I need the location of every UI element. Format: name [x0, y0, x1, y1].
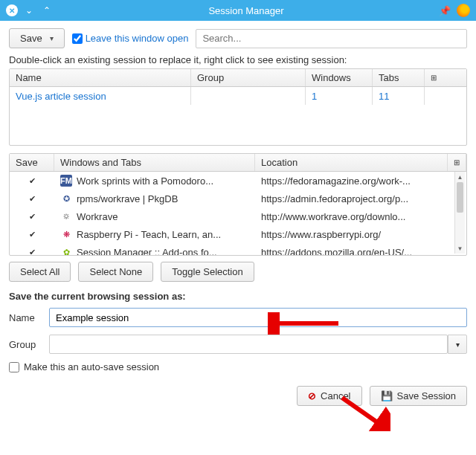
- scroll-thumb[interactable]: [457, 182, 463, 213]
- select-none-button[interactable]: Select None: [78, 262, 153, 282]
- search-input[interactable]: [196, 29, 467, 48]
- cancel-button[interactable]: ⊘ Cancel: [297, 386, 361, 406]
- chevron-down-icon: ▾: [50, 34, 54, 42]
- save-session-heading: Save the current browsing session as:: [9, 291, 467, 302]
- save-dropdown-button[interactable]: Save ▾: [9, 28, 65, 48]
- tab-row[interactable]: ✔✪rpms/workrave | PkgDBhttps://admin.fed…: [10, 190, 466, 207]
- cancel-icon: ⊘: [308, 390, 316, 401]
- save-icon: 💾: [381, 390, 393, 401]
- tab-row[interactable]: ✔FMWork sprints with a Pomodoro...https:…: [10, 172, 466, 190]
- tab-row[interactable]: ✔❋Raspberry Pi - Teach, Learn, an...http…: [10, 225, 466, 243]
- tab-title-cell: ⛭Workrave: [54, 208, 255, 225]
- session-name-cell: Vue.js article session: [10, 87, 191, 105]
- session-tabs-cell: 11: [373, 87, 425, 105]
- scroll-down-icon[interactable]: ▼: [455, 243, 465, 254]
- instruction-text: Double-click an existing session to repl…: [9, 54, 467, 65]
- column-picker-icon[interactable]: ⊞: [425, 69, 443, 86]
- tab-location-cell: https://www.raspberrypi.org/: [255, 226, 466, 242]
- tabs-table: Save Windows and Tabs Location ⊞ ✔FMWork…: [9, 153, 467, 256]
- col-header-group[interactable]: Group: [191, 69, 306, 86]
- firefox-icon: [457, 4, 470, 17]
- column-picker-icon[interactable]: ⊞: [448, 154, 466, 171]
- sessions-table: Name Group Windows Tabs ⊞ Vue.js article…: [9, 68, 467, 146]
- chevron-down-icon[interactable]: ⌄: [22, 4, 36, 17]
- col-header-name[interactable]: Name: [10, 69, 191, 86]
- session-row[interactable]: Vue.js article session 1 11: [10, 87, 466, 105]
- session-group-cell: [191, 87, 306, 105]
- tab-location-cell: https://addons.mozilla.org/en-US/...: [255, 244, 466, 255]
- name-label: Name: [9, 312, 49, 323]
- toggle-selection-button[interactable]: Toggle Selection: [161, 262, 254, 282]
- sessions-header: Name Group Windows Tabs ⊞: [10, 69, 466, 87]
- tab-location-cell: http://www.workrave.org/downlo...: [255, 208, 466, 225]
- pin-icon[interactable]: 📌: [439, 5, 451, 16]
- leave-window-open-input[interactable]: [72, 33, 83, 44]
- col-header-save[interactable]: Save: [10, 154, 54, 171]
- chevron-up-icon[interactable]: ⌃: [40, 4, 54, 17]
- scroll-up-icon[interactable]: ▲: [455, 172, 465, 182]
- session-group-input[interactable]: [49, 335, 448, 354]
- col-header-tabs[interactable]: Tabs: [373, 69, 425, 86]
- col-header-location[interactable]: Location: [255, 154, 448, 171]
- window-titlebar: ✕ ⌄ ⌃ Session Manager 📌: [0, 0, 476, 21]
- col-header-windows[interactable]: Windows: [306, 69, 373, 86]
- session-windows-cell: 1: [306, 87, 373, 105]
- scrollbar[interactable]: ▲ ▼: [454, 172, 465, 254]
- tab-save-check[interactable]: ✔: [10, 226, 54, 242]
- save-session-button[interactable]: 💾 Save Session: [370, 386, 468, 406]
- tabs-header: Save Windows and Tabs Location ⊞: [10, 154, 466, 172]
- tab-save-check[interactable]: ✔: [10, 208, 54, 225]
- group-label: Group: [9, 339, 49, 350]
- tab-row[interactable]: ✔⛭Workravehttp://www.workrave.org/downlo…: [10, 207, 466, 225]
- leave-window-open-checkbox[interactable]: Leave this window open: [72, 33, 189, 44]
- tab-title-cell: FMWork sprints with a Pomodoro...: [54, 172, 255, 189]
- select-all-button[interactable]: Select All: [9, 262, 71, 282]
- tab-save-check[interactable]: ✔: [10, 190, 54, 207]
- window-title: Session Manager: [54, 5, 439, 16]
- tab-location-cell: https://admin.fedoraproject.org/p...: [255, 190, 466, 207]
- col-header-windows-tabs[interactable]: Windows and Tabs: [54, 154, 255, 171]
- tab-title-cell: ❋Raspberry Pi - Teach, Learn, an...: [54, 226, 255, 242]
- tab-save-check[interactable]: ✔: [10, 172, 54, 189]
- group-dropdown-button[interactable]: ▾: [448, 335, 467, 354]
- tab-title-cell: ✪rpms/workrave | PkgDB: [54, 190, 255, 207]
- tab-location-cell: https://fedoramagazine.org/work-...: [255, 172, 466, 189]
- tab-save-check[interactable]: ✔: [10, 244, 54, 255]
- tab-title-cell: ✿Session Manager :: Add-ons fo...: [54, 244, 255, 255]
- leave-window-open-label[interactable]: Leave this window open: [86, 33, 189, 44]
- autosave-checkbox[interactable]: [9, 362, 19, 372]
- close-icon[interactable]: ✕: [6, 4, 18, 16]
- autosave-label[interactable]: Make this an auto-save session: [24, 361, 159, 372]
- tab-row[interactable]: ✔✿Session Manager :: Add-ons fo...https:…: [10, 243, 466, 255]
- session-name-input[interactable]: [49, 308, 467, 327]
